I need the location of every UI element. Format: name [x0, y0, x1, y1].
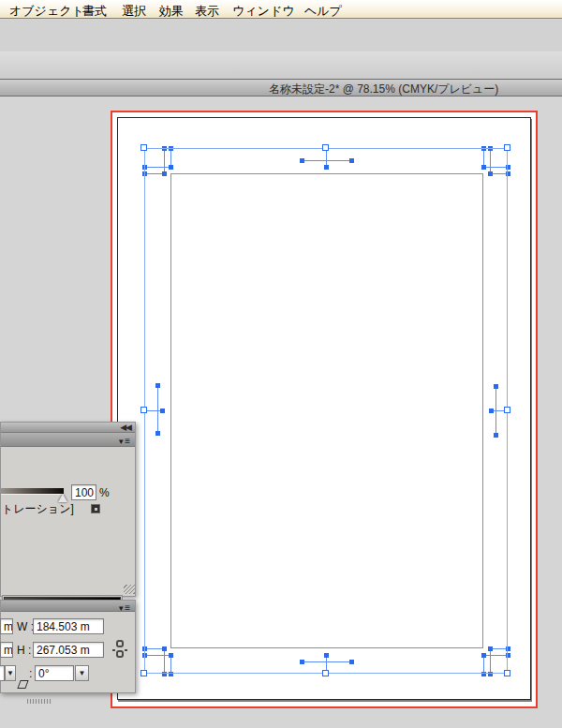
- panel-resize-grip[interactable]: [124, 585, 135, 594]
- bounding-box-handle[interactable]: [504, 670, 510, 676]
- slider-value-field[interactable]: 100: [71, 484, 96, 500]
- panel-group-header[interactable]: ◀◀: [1, 423, 135, 433]
- shear-dropdown-icon[interactable]: ▼: [75, 665, 89, 681]
- panel-item-label: トレーション]: [2, 501, 74, 517]
- shear-colon: :: [29, 667, 32, 680]
- panel-menu-icon[interactable]: ▼≡: [117, 436, 130, 446]
- bounding-box-handle[interactable]: [504, 407, 510, 413]
- value-slider-track[interactable]: [1, 488, 64, 495]
- transform-panel[interactable]: ▼≡ m W : 184.503 m m H : 267.053 m ▼ : 0…: [0, 600, 136, 693]
- x-field-truncated[interactable]: m: [0, 618, 13, 634]
- slider-unit-label: %: [99, 486, 110, 499]
- shear-icon: [17, 680, 28, 689]
- panel-body: 100 % トレーション]: [1, 447, 135, 596]
- target-proxy-icon[interactable]: [91, 504, 100, 513]
- bounding-box-handle[interactable]: [322, 670, 329, 676]
- bounding-box-handle[interactable]: [140, 407, 147, 413]
- menu-item-object[interactable]: オブジェクト: [9, 3, 84, 20]
- menu-item-view[interactable]: 表示: [195, 3, 219, 20]
- constrain-proportions-icon[interactable]: [113, 640, 126, 661]
- panel-tab-bar[interactable]: ▼≡: [1, 433, 135, 447]
- application-frame-strip: [0, 20, 562, 52]
- menu-item-effect[interactable]: 効果: [159, 3, 184, 20]
- selection-bounding-box[interactable]: [144, 148, 508, 674]
- height-label: H :: [17, 644, 31, 657]
- shear-field[interactable]: 0°: [35, 665, 74, 681]
- bounding-box-handle[interactable]: [140, 670, 147, 676]
- control-bar: ▼ 線: 0.3 pt ▼ 均等 ▼ 基本 ▼ 不透明度: 100% ▼ スタイ…: [0, 52, 562, 80]
- bounding-box-handle[interactable]: [140, 144, 147, 151]
- panel-header[interactable]: ▼≡: [1, 601, 135, 612]
- menu-item-help[interactable]: ヘルプ: [304, 3, 342, 20]
- document-title-bar[interactable]: 名称未設定-2* @ 78.15% (CMYK/プレビュー): [0, 80, 562, 97]
- color-panel[interactable]: ◀◀ ▼≡ 100 % トレーション]: [0, 422, 136, 597]
- bounding-box-handle[interactable]: [504, 144, 510, 151]
- menu-item-window[interactable]: ウィンドウ: [232, 3, 295, 20]
- bounding-box-handle[interactable]: [322, 144, 329, 151]
- height-field[interactable]: 267.053 m: [33, 642, 104, 658]
- menu-item-type[interactable]: 書式: [82, 3, 107, 20]
- collapse-icon[interactable]: ◀◀: [120, 423, 131, 432]
- panel-drag-grip[interactable]: [27, 699, 52, 704]
- document-title: 名称未設定-2* @ 78.15% (CMYK/プレビュー): [269, 82, 498, 97]
- rotate-dropdown-icon[interactable]: ▼: [5, 665, 16, 681]
- menu-bar: オブジェクト 書式 選択 効果 表示 ウィンドウ ヘルプ: [0, 0, 562, 19]
- y-field-truncated[interactable]: m: [0, 642, 13, 658]
- menu-item-select[interactable]: 選択: [122, 3, 146, 20]
- width-field[interactable]: 184.503 m: [33, 618, 104, 634]
- width-label: W :: [17, 620, 34, 633]
- panel-body: m W : 184.503 m m H : 267.053 m ▼ : 0° ▼: [1, 612, 135, 692]
